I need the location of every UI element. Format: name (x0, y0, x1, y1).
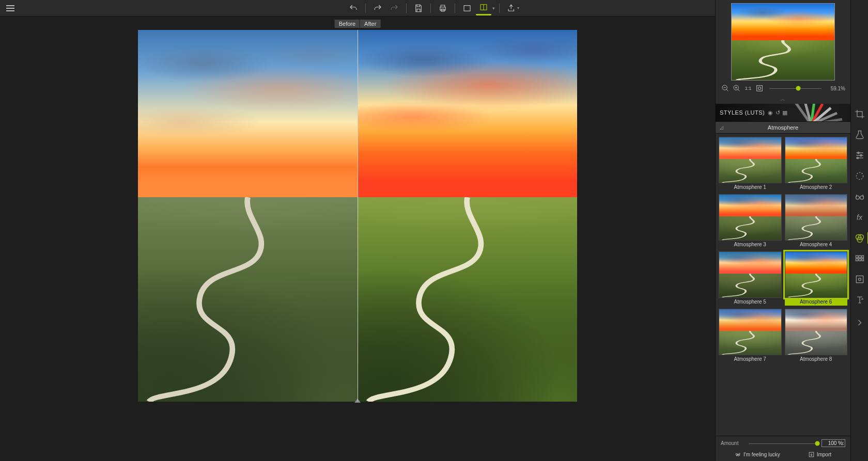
compare-divider[interactable] (358, 30, 358, 402)
styles-grid-icon[interactable]: ▦ (782, 109, 788, 116)
before-label: Before (335, 20, 360, 28)
amount-label: Amount (721, 440, 745, 446)
separator (430, 4, 431, 13)
svg-line-6 (726, 89, 728, 91)
svg-line-9 (738, 89, 739, 91)
feeling-lucky-button[interactable]: I'm feeling lucky (735, 451, 780, 458)
style-thumb-image (719, 309, 782, 355)
frame-tool-icon[interactable] (854, 274, 865, 285)
style-thumb-image (785, 309, 848, 355)
svg-rect-31 (856, 259, 858, 261)
redo-alt-button[interactable] (386, 1, 402, 15)
styles-reset-icon[interactable]: ↺ (776, 109, 781, 116)
style-thumb-6[interactable]: Atmosphere 6 (785, 251, 848, 306)
category-name: Atmosphere (768, 124, 798, 131)
svg-rect-0 (440, 7, 446, 10)
save-button[interactable] (411, 1, 426, 15)
work-area: Before After (0, 17, 715, 461)
style-thumb-7[interactable]: Atmosphere 7 (719, 309, 782, 363)
styles-eye-icon[interactable]: ◉ (768, 109, 773, 116)
svg-point-13 (758, 87, 761, 89)
menu-button[interactable] (0, 0, 21, 17)
style-thumb-4[interactable]: Atmosphere 4 (785, 194, 848, 248)
category-row[interactable]: ◿ Atmosphere (716, 121, 850, 134)
separator (406, 4, 407, 13)
category-collapse-icon[interactable]: ◿ (720, 125, 723, 130)
style-thumb-image (719, 137, 782, 183)
tool-rail: fx (850, 0, 868, 461)
style-thumb-2[interactable]: Atmosphere 2 (785, 137, 848, 191)
thumbnail-grid: Atmosphere 1Atmosphere 2Atmosphere 3Atmo… (716, 134, 850, 436)
zoom-knob[interactable] (796, 86, 800, 91)
compare-view-button[interactable] (476, 1, 491, 15)
zoom-in-icon[interactable] (732, 84, 741, 93)
import-button[interactable]: Import (808, 451, 831, 458)
mask-tool-icon[interactable] (854, 170, 865, 182)
collapse-preview[interactable]: ︿ (716, 96, 850, 104)
style-thumb-5[interactable]: Atmosphere 5 (719, 251, 782, 306)
right-panel: 1:1 59.1% ︿ STYLES (LUTS) ◉ ↺ ▦ (715, 0, 868, 461)
styles-fan-graphic (791, 104, 850, 121)
before-after-labels: Before After (335, 20, 381, 28)
rail-expand-icon[interactable] (854, 317, 865, 328)
style-thumb-1[interactable]: Atmosphere 1 (719, 137, 782, 191)
compare-dropdown[interactable]: ▾ (492, 6, 495, 11)
right-main: 1:1 59.1% ︿ STYLES (LUTS) ◉ ↺ ▦ (715, 0, 850, 461)
grain-tool-icon[interactable] (854, 253, 865, 264)
export-button[interactable]: ▾ (504, 1, 522, 15)
before-half (138, 30, 358, 402)
text-tool-icon[interactable] (854, 294, 865, 306)
lab-tool-icon[interactable] (854, 129, 865, 140)
undo-button[interactable] (346, 1, 361, 15)
separator (455, 4, 455, 13)
color-lookup-tool-icon[interactable] (854, 232, 865, 244)
zoom-fit-icon[interactable] (755, 84, 764, 93)
amount-value[interactable]: 100 % ▴▾ (822, 439, 845, 447)
style-thumb-label: Atmosphere 8 (785, 355, 848, 363)
amount-knob[interactable] (815, 441, 820, 446)
style-thumb-3[interactable]: Atmosphere 3 (719, 194, 782, 248)
style-thumb-label: Atmosphere 7 (719, 355, 782, 363)
svg-point-35 (858, 278, 861, 281)
redo-button[interactable] (370, 1, 385, 15)
glasses-tool-icon[interactable] (854, 191, 865, 202)
svg-rect-12 (757, 86, 763, 91)
separator (499, 4, 500, 13)
zoom-slider[interactable] (769, 85, 822, 91)
style-thumb-label: Atmosphere 5 (719, 298, 782, 306)
style-thumb-label: Atmosphere 1 (719, 183, 782, 191)
zoom-controls: 1:1 59.1% (716, 83, 850, 96)
preview-thumbnail[interactable] (731, 3, 835, 81)
svg-rect-33 (862, 259, 863, 261)
style-thumb-8[interactable]: Atmosphere 8 (785, 309, 848, 363)
single-view-button[interactable] (459, 1, 475, 15)
svg-rect-32 (859, 259, 861, 261)
svg-rect-28 (856, 256, 858, 258)
fx-tool-icon[interactable]: fx (854, 212, 865, 223)
zoom-1to1-icon[interactable]: 1:1 (743, 84, 753, 93)
amount-spinner[interactable]: ▴▾ (840, 440, 844, 447)
crop-tool-icon[interactable] (854, 108, 865, 120)
svg-rect-29 (859, 256, 861, 258)
image-canvas[interactable]: Before After (138, 30, 577, 402)
styles-title: STYLES (LUTS) (720, 109, 765, 116)
style-thumb-label: Atmosphere 2 (785, 183, 848, 191)
style-thumb-image (785, 251, 848, 298)
style-thumb-image (719, 251, 782, 298)
zoom-value: 59.1% (827, 86, 845, 91)
style-thumb-image (785, 194, 848, 241)
style-thumb-label: Atmosphere 4 (785, 241, 848, 248)
after-label: After (360, 20, 380, 28)
zoom-out-icon[interactable] (721, 84, 730, 93)
style-thumb-image (785, 137, 848, 183)
print-button[interactable] (435, 1, 451, 15)
svg-rect-2 (464, 5, 470, 11)
svg-rect-30 (862, 256, 863, 258)
svg-point-22 (856, 172, 863, 179)
styles-header: STYLES (LUTS) ◉ ↺ ▦ (716, 104, 850, 121)
amount-slider[interactable] (749, 440, 817, 447)
after-half (358, 30, 577, 402)
separator (365, 4, 366, 13)
sliders-tool-icon[interactable] (854, 150, 865, 161)
style-thumb-label: Atmosphere 3 (719, 241, 782, 248)
